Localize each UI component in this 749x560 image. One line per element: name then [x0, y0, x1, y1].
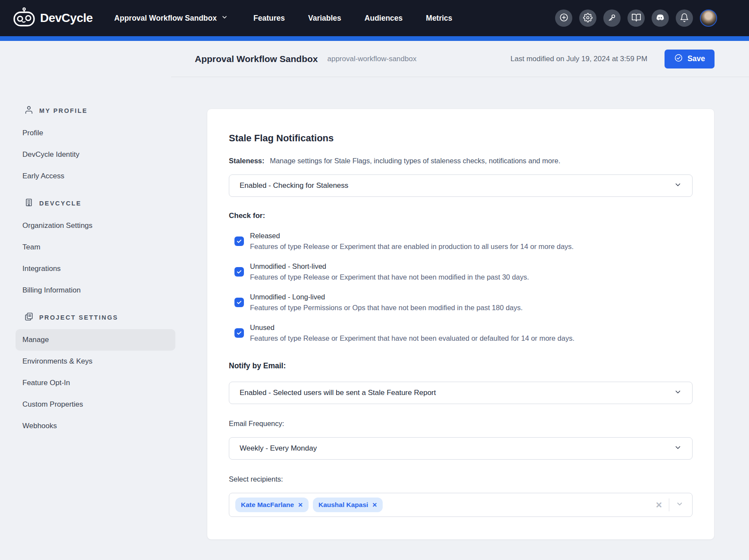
- discord-icon: [655, 12, 665, 24]
- project-icon: [24, 312, 34, 323]
- check-row-released: Released Features of type Release or Exp…: [234, 232, 693, 251]
- sidebar-item-manage[interactable]: Manage: [16, 329, 175, 351]
- frequency-select-value: Weekly - Every Monday: [240, 444, 317, 453]
- settings-button[interactable]: [579, 9, 596, 27]
- chevron-down-icon: [674, 444, 682, 453]
- staleness-select[interactable]: Enabled - Checking for Staleness: [229, 174, 693, 197]
- check-desc: Features of type Permissions or Ops that…: [250, 304, 523, 312]
- brand-name: DevCycle: [40, 11, 93, 25]
- section-title: PROJECT SETTINGS: [39, 314, 118, 321]
- staleness-select-value: Enabled - Checking for Staleness: [240, 181, 348, 190]
- key-icon: [607, 13, 617, 24]
- recipients-multiselect[interactable]: Kate MacFarlane ✕ Kaushal Kapasi ✕ ✕: [229, 493, 693, 517]
- recipient-pill: Kaushal Kapasi ✕: [313, 498, 383, 512]
- sidebar-item-billing-information[interactable]: Billing Information: [16, 280, 175, 301]
- project-selector-label: Approval Workflow Sandbox: [114, 14, 217, 23]
- brand[interactable]: DevCycle: [13, 7, 93, 29]
- staleness-label: Staleness:: [229, 157, 265, 165]
- stale-flag-notifications-card: Stale Flag Notifications Staleness: Mana…: [207, 109, 715, 540]
- sidebar-section-my-profile: MY PROFILE: [16, 99, 185, 122]
- staleness-description: Staleness: Manage settings for Stale Fla…: [229, 157, 693, 165]
- check-circle-icon: [674, 53, 683, 65]
- check-label: Unused: [250, 324, 574, 332]
- remove-recipient-icon[interactable]: ✕: [372, 501, 377, 508]
- unmodified-long-lived-checkbox[interactable]: [234, 298, 244, 307]
- sidebar-item-team[interactable]: Team: [16, 236, 175, 258]
- gear-icon: [583, 13, 593, 24]
- notify-by-email-select[interactable]: Enabled - Selected users will be sent a …: [229, 382, 693, 404]
- page-title: Approval Workflow Sandbox: [195, 54, 318, 64]
- save-button-label: Save: [687, 54, 705, 63]
- select-recipients-label: Select recipients:: [229, 475, 693, 483]
- sidebar-item-organization-settings[interactable]: Organization Settings: [16, 215, 175, 236]
- sidebar-section-project-settings: PROJECT SETTINGS: [16, 305, 185, 329]
- recipient-name: Kate MacFarlane: [241, 501, 294, 509]
- sidebar-item-integrations[interactable]: Integrations: [16, 258, 175, 280]
- settings-sidebar: MY PROFILE Profile DevCycle Identity Ear…: [0, 77, 185, 437]
- unused-checkbox[interactable]: [234, 328, 244, 338]
- recipient-pill: Kate MacFarlane ✕: [235, 498, 309, 512]
- sidebar-item-webhooks[interactable]: Webhooks: [16, 415, 175, 437]
- book-icon: [631, 12, 641, 24]
- last-modified-text: Last modified on July 19, 2024 at 3:59 P…: [511, 55, 648, 63]
- email-frequency-select[interactable]: Weekly - Every Monday: [229, 437, 693, 460]
- notifications-button[interactable]: [676, 9, 693, 27]
- page-header: Approval Workflow Sandbox approval-workf…: [171, 41, 749, 77]
- check-row-unmodified-long-lived: Unmodified - Long-lived Features of type…: [234, 293, 693, 312]
- person-icon: [24, 105, 34, 116]
- sidebar-item-profile[interactable]: Profile: [16, 122, 175, 144]
- sidebar-section-devcycle: DEVCYCLE: [16, 191, 185, 215]
- user-avatar[interactable]: [700, 9, 717, 27]
- building-icon: [24, 198, 34, 208]
- sidebar-item-feature-opt-in[interactable]: Feature Opt-In: [16, 372, 175, 394]
- staleness-desc-text: Manage settings for Stale Flags, includi…: [270, 157, 560, 165]
- top-nav: DevCycle Approval Workflow Sandbox Featu…: [0, 0, 749, 36]
- check-desc: Features of type Release or Experiment t…: [250, 273, 529, 281]
- chevron-down-icon: [674, 181, 682, 190]
- sidebar-item-devcycle-identity[interactable]: DevCycle Identity: [16, 144, 175, 165]
- devcycle-robot-logo-icon: [13, 7, 35, 29]
- check-label: Released: [250, 232, 574, 240]
- clear-all-icon[interactable]: ✕: [655, 500, 662, 510]
- nav-icon-bar: [555, 9, 717, 27]
- nav-links: Features Variables Audiences Metrics: [253, 14, 453, 23]
- page-slug: approval-workflow-sandbox: [327, 55, 416, 63]
- chevron-down-icon: [674, 388, 682, 398]
- divider: [669, 498, 669, 511]
- notify-by-email-label: Notify by Email:: [229, 361, 693, 370]
- nav-link-features[interactable]: Features: [253, 14, 285, 23]
- check-for-label: Check for:: [229, 212, 693, 220]
- check-desc: Features of type Release or Experiment t…: [250, 334, 574, 342]
- nav-link-audiences[interactable]: Audiences: [365, 14, 403, 23]
- section-title: DEVCYCLE: [39, 200, 81, 207]
- api-keys-button[interactable]: [603, 9, 621, 27]
- released-checkbox[interactable]: [234, 236, 244, 246]
- bell-icon: [680, 13, 689, 24]
- sidebar-item-custom-properties[interactable]: Custom Properties: [16, 394, 175, 415]
- chevron-down-icon[interactable]: [676, 500, 683, 510]
- create-button[interactable]: [555, 9, 572, 27]
- check-label: Unmodified - Short-lived: [250, 262, 529, 271]
- sidebar-item-environments-keys[interactable]: Environments & Keys: [16, 351, 175, 372]
- remove-recipient-icon[interactable]: ✕: [298, 501, 303, 508]
- notify-select-value: Enabled - Selected users will be sent a …: [240, 389, 436, 397]
- recipient-name: Kaushal Kapasi: [318, 501, 368, 509]
- discord-button[interactable]: [652, 9, 669, 27]
- check-row-unmodified-short-lived: Unmodified - Short-lived Features of typ…: [234, 262, 693, 281]
- check-row-unused: Unused Features of type Release or Exper…: [234, 324, 693, 342]
- docs-button[interactable]: [627, 9, 645, 27]
- nav-link-variables[interactable]: Variables: [308, 14, 341, 23]
- check-desc: Features of type Release or Experiment t…: [250, 243, 574, 251]
- save-button[interactable]: Save: [665, 50, 715, 68]
- email-frequency-label: Email Frequency:: [229, 420, 693, 428]
- unmodified-short-lived-checkbox[interactable]: [234, 267, 244, 277]
- check-label: Unmodified - Long-lived: [250, 293, 523, 301]
- nav-link-metrics[interactable]: Metrics: [426, 14, 452, 23]
- section-title: MY PROFILE: [39, 107, 87, 114]
- card-title: Stale Flag Notifications: [229, 133, 693, 144]
- chevron-down-icon: [221, 14, 228, 22]
- sidebar-item-early-access[interactable]: Early Access: [16, 165, 175, 187]
- accent-strip: [0, 36, 749, 41]
- project-selector[interactable]: Approval Workflow Sandbox: [114, 14, 228, 23]
- plus-circle-icon: [559, 12, 569, 24]
